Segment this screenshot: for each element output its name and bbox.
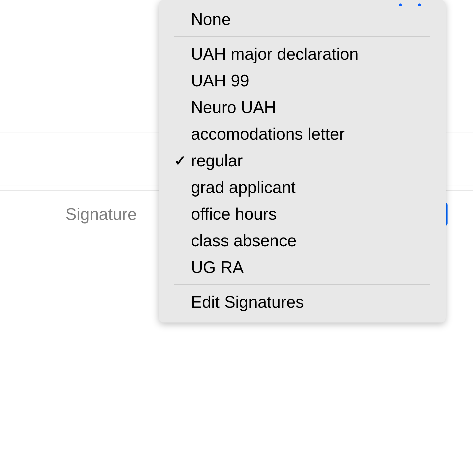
menu-item-label: accomodations letter	[191, 124, 431, 143]
menu-item-label: Edit Signatures	[191, 292, 431, 311]
menu-item-none[interactable]: None	[159, 6, 446, 33]
menu-item-uah-major-declaration[interactable]: UAH major declaration	[159, 41, 446, 67]
menu-item-label: office hours	[191, 204, 431, 223]
menu-item-label: UG RA	[191, 258, 431, 277]
menu-item-ug-ra[interactable]: UG RA	[159, 254, 446, 281]
menu-item-office-hours[interactable]: office hours	[159, 201, 446, 227]
menu-item-grad-applicant[interactable]: grad applicant	[159, 174, 446, 201]
menu-item-label: UAH major declaration	[191, 45, 431, 64]
menu-item-uah-99[interactable]: UAH 99	[159, 67, 446, 94]
signature-field-label: Signature	[66, 205, 137, 224]
focus-ring-icon	[399, 0, 421, 6]
signature-dropdown-menu: None UAH major declaration UAH 99 Neuro …	[159, 0, 446, 323]
menu-separator	[174, 284, 430, 285]
menu-item-neuro-uah[interactable]: Neuro UAH	[159, 94, 446, 121]
menu-item-label: grad applicant	[191, 178, 431, 197]
menu-item-edit-signatures[interactable]: Edit Signatures	[159, 289, 446, 315]
menu-item-label: regular	[191, 151, 431, 170]
menu-separator	[174, 36, 430, 37]
menu-item-label: None	[191, 10, 431, 29]
menu-item-label: UAH 99	[191, 71, 431, 90]
checkmark-icon: ✓	[174, 152, 191, 169]
menu-item-class-absence[interactable]: class absence	[159, 227, 446, 254]
menu-item-accomodations-letter[interactable]: accomodations letter	[159, 121, 446, 147]
menu-item-label: Neuro UAH	[191, 98, 431, 117]
menu-item-regular[interactable]: ✓ regular	[159, 147, 446, 174]
menu-item-label: class absence	[191, 231, 431, 250]
